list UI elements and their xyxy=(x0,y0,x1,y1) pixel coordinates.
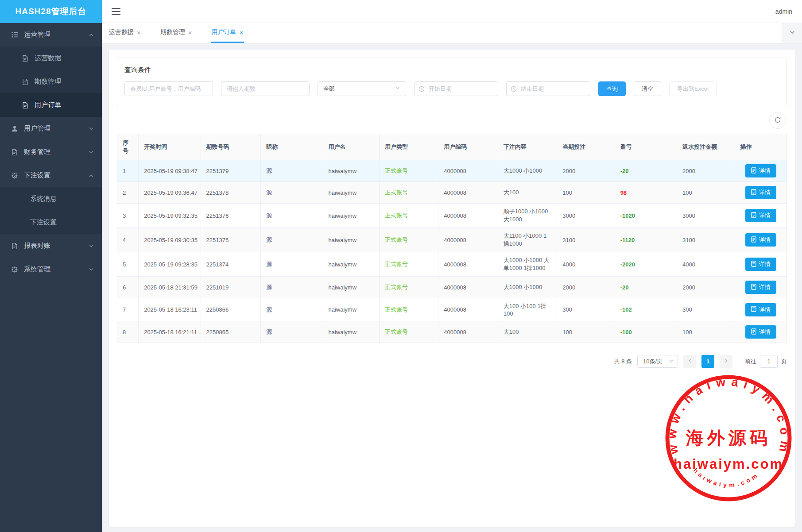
sidebar-item-user-orders[interactable]: 用户订单 xyxy=(0,93,102,117)
cell-index: 6 xyxy=(117,277,139,298)
sidebar-item-system-messages[interactable]: 系统消息 xyxy=(0,187,102,211)
cell-draw-time: 2025-05-18 16:21:11 xyxy=(139,321,201,343)
close-icon[interactable]: × xyxy=(137,29,141,36)
clear-button[interactable]: 清空 xyxy=(634,81,661,96)
watermark-main-text: haiwaiym.com xyxy=(674,456,783,472)
type-select[interactable]: 全部 xyxy=(318,81,406,96)
cell-user-type: 正式账号 xyxy=(379,160,438,182)
close-icon[interactable]: × xyxy=(188,29,192,36)
user-name[interactable]: admin xyxy=(775,8,792,15)
tab-operation-data[interactable]: 运营数据 × xyxy=(108,23,142,43)
period-number-input[interactable] xyxy=(221,81,310,96)
sidebar-item-system-management[interactable]: 系统管理 xyxy=(0,258,102,281)
sidebar-item-operations[interactable]: 运营管理 xyxy=(0,23,102,46)
detail-button-label: 详情 xyxy=(759,167,771,175)
tabbar-dropdown-button[interactable] xyxy=(782,23,802,43)
close-icon[interactable]: × xyxy=(240,29,244,36)
sidebar-item-report-reconciliation[interactable]: 报表对账 xyxy=(0,234,102,258)
clock-icon xyxy=(511,86,517,92)
start-date-input[interactable] xyxy=(414,81,498,96)
goto-page-input[interactable] xyxy=(760,355,778,368)
cell-user-type: 正式账号 xyxy=(379,204,438,228)
tab-user-orders[interactable]: 用户订单 × xyxy=(211,23,244,43)
cell-action: 详情 xyxy=(735,252,787,277)
cell-bet-amount: 100 xyxy=(557,182,615,204)
page-1-button[interactable]: 1 xyxy=(701,355,714,368)
detail-button-label: 详情 xyxy=(759,212,771,220)
start-date-field xyxy=(414,81,498,96)
cell-username: haiwaiymw xyxy=(323,277,379,298)
cell-bet-amount: 2000 xyxy=(557,277,615,298)
sidebar-item-label: 期数管理 xyxy=(35,77,61,86)
cell-profit: -2020 xyxy=(615,252,677,277)
export-excel-button[interactable]: 导出到Excel xyxy=(669,81,717,96)
sidebar-item-label: 运营管理 xyxy=(24,31,50,39)
watermark-center-text: 海外源码 xyxy=(686,428,771,447)
sidebar-item-finance-management[interactable]: 财务管理 xyxy=(0,140,102,164)
cell-user-type: 正式账号 xyxy=(379,182,438,204)
detail-button[interactable]: 详情 xyxy=(745,164,776,177)
cell-user-code: 4000008 xyxy=(438,277,498,298)
member-search-input[interactable] xyxy=(124,81,213,96)
hamburger-icon[interactable] xyxy=(112,8,120,15)
cell-user-type: 正式账号 xyxy=(379,298,438,321)
cell-draw-time: 2025-05-19 09:38:47 xyxy=(139,160,201,182)
detail-button[interactable]: 详情 xyxy=(745,233,776,247)
cell-bet-amount: 3100 xyxy=(557,228,615,252)
end-date-input[interactable] xyxy=(506,81,590,96)
cell-nickname: 源 xyxy=(261,182,323,204)
detail-button[interactable]: 详情 xyxy=(745,281,776,294)
sidebar-item-label: 用户管理 xyxy=(24,124,50,133)
chevron-left-icon xyxy=(687,358,693,365)
cell-profit: -100 xyxy=(615,321,677,343)
detail-button[interactable]: 详情 xyxy=(745,325,776,339)
cell-period-number: 2250866 xyxy=(201,298,260,321)
tab-label: 期数管理 xyxy=(160,28,185,36)
sidebar-item-period-management[interactable]: 期数管理 xyxy=(0,70,102,93)
document-icon xyxy=(21,78,29,86)
next-page-button[interactable] xyxy=(720,355,732,368)
query-title: 查询条件 xyxy=(124,66,779,74)
cell-profit: -1120 xyxy=(615,228,677,252)
document-icon xyxy=(751,261,756,268)
sidebar-item-label: 运营数据 xyxy=(35,54,61,62)
table-row: 3 2025-05-19 09:32:35 2251376 源 haiwaiym… xyxy=(117,204,787,228)
sidebar-item-bet-settings-group[interactable]: 下注设置 xyxy=(0,164,102,187)
cell-bet-content: 大1000 小1000 大单1000 1操1000 xyxy=(498,252,557,277)
cell-period-number: 2251378 xyxy=(201,182,260,204)
refresh-button[interactable] xyxy=(769,112,786,129)
detail-button[interactable]: 详情 xyxy=(745,209,776,222)
cell-index: 3 xyxy=(117,204,139,228)
tab-period-management[interactable]: 期数管理 × xyxy=(159,23,193,43)
document-icon xyxy=(751,167,756,175)
sidebar-item-operation-data[interactable]: 运营数据 xyxy=(0,46,102,70)
gear-icon xyxy=(11,266,19,274)
detail-button-label: 详情 xyxy=(759,306,771,314)
detail-button[interactable]: 详情 xyxy=(745,258,776,271)
document-icon xyxy=(21,54,29,62)
prev-page-button[interactable] xyxy=(683,355,696,368)
detail-button[interactable]: 详情 xyxy=(745,186,776,199)
search-button[interactable]: 查询 xyxy=(598,81,626,96)
chevron-right-icon xyxy=(724,358,729,365)
sidebar-item-label: 系统消息 xyxy=(30,195,57,203)
pagination: 共 8 条 10条/页 1 前往 页 xyxy=(117,355,787,368)
detail-button[interactable]: 详情 xyxy=(745,303,776,316)
cell-profit: -1020 xyxy=(615,204,677,228)
chevron-down-icon xyxy=(89,243,94,249)
gear-icon xyxy=(11,172,19,180)
sidebar-item-user-management[interactable]: 用户管理 xyxy=(0,117,102,140)
topbar: admin xyxy=(102,0,802,23)
document-icon xyxy=(11,148,19,156)
document-icon xyxy=(11,242,19,250)
cell-action: 详情 xyxy=(735,321,787,343)
cell-period-number: 2251374 xyxy=(201,252,260,277)
page-size-select[interactable]: 10条/页 xyxy=(637,355,678,368)
detail-button-label: 详情 xyxy=(759,328,771,336)
cell-user-code: 4000008 xyxy=(438,252,498,277)
sidebar-item-label: 系统管理 xyxy=(24,265,50,274)
cell-index: 4 xyxy=(117,228,139,252)
sidebar-item-bet-settings[interactable]: 下注设置 xyxy=(0,211,102,234)
cell-action: 详情 xyxy=(735,182,787,204)
cell-username: haiwaiymw xyxy=(323,252,379,277)
